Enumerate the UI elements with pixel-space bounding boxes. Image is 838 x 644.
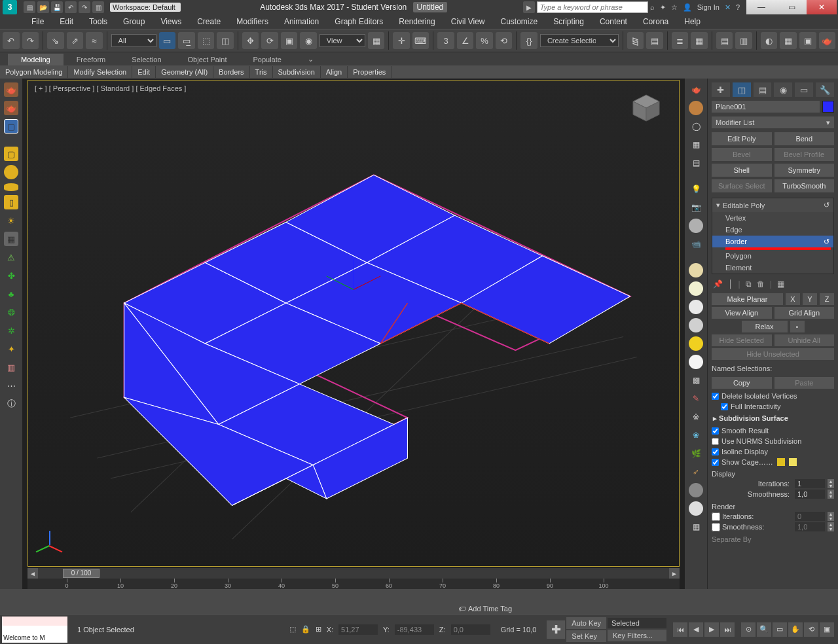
select-object-icon[interactable]: ▭ <box>159 32 176 49</box>
ribbon-panel-properties[interactable]: Properties <box>348 66 392 78</box>
save-icon[interactable]: 💾 <box>51 1 63 13</box>
mod-surface-select[interactable]: Surface Select <box>712 179 772 192</box>
cam-icon[interactable]: 📷 <box>689 200 703 215</box>
exchange-icon[interactable]: ✕ <box>725 3 731 12</box>
full-interactivity-checkbox[interactable]: Full Interactivity <box>712 401 834 412</box>
bulb-icon[interactable]: 💡 <box>689 182 703 196</box>
clover-icon[interactable]: ✤ <box>4 268 18 283</box>
more-icon[interactable]: ▦ <box>689 520 703 534</box>
grid-icon[interactable]: ▤ <box>689 156 703 170</box>
named-selection-dropdown[interactable]: Create Selection Se <box>540 34 619 47</box>
y-field[interactable]: -89,433 <box>395 624 434 635</box>
menu-file[interactable]: File <box>24 15 52 28</box>
cylinder-icon[interactable] <box>4 183 18 191</box>
schematic-icon[interactable]: ▥ <box>735 32 752 49</box>
brick-icon[interactable]: ▥ <box>4 360 18 374</box>
paste-button[interactable]: Paste <box>774 377 835 389</box>
redo-button[interactable]: ↷ <box>22 32 39 49</box>
undo-button[interactable]: ↶ <box>3 32 20 49</box>
add-time-tag[interactable]: 🏷 Add Time Tag <box>458 605 512 613</box>
subsurf-rollout-header[interactable]: ▸ Subdivision Surface <box>712 412 834 425</box>
goto-start-icon[interactable]: ⏮ <box>673 622 687 637</box>
disp-smoothness-spinner[interactable]: 1,0 <box>795 490 825 499</box>
mod-bend[interactable]: Bend <box>774 132 835 145</box>
ribbon-tab-modeling[interactable]: Modeling <box>8 54 64 65</box>
mat-gray[interactable] <box>689 318 703 332</box>
leaf-icon[interactable]: ❂ <box>4 305 18 319</box>
unlink-icon[interactable]: ⇗ <box>67 32 84 49</box>
time-prev-icon[interactable]: ◄ <box>27 568 38 579</box>
layer-icon[interactable]: ≣ <box>672 32 689 49</box>
calc-icon[interactable]: ▦ <box>689 137 703 152</box>
ribbon-tab-selection[interactable]: Selection <box>118 54 174 65</box>
set-key-big-icon[interactable]: ✚ <box>547 620 565 639</box>
ribbon-panel-polygon-modeling[interactable]: Polygon Modeling <box>0 66 68 78</box>
fov-icon[interactable]: ▭ <box>773 622 787 637</box>
star-icon[interactable]: ☆ <box>671 3 678 12</box>
view-align-button[interactable]: View Align <box>712 307 772 319</box>
configure-icon[interactable]: ▦ <box>777 279 784 289</box>
stack-header[interactable]: ▾ Editable Poly↺ <box>712 198 833 212</box>
mirror-icon[interactable]: ⧎ <box>627 32 644 49</box>
mat-light[interactable] <box>689 355 703 369</box>
mat-sand[interactable] <box>689 263 703 277</box>
hide-selected-button[interactable]: Hide Selected <box>712 334 772 346</box>
mat-yellow[interactable] <box>689 336 703 351</box>
menu-tools[interactable]: Tools <box>81 15 115 28</box>
ellipsis-icon[interactable]: ⋯ <box>4 378 18 393</box>
mat-white[interactable] <box>689 300 703 314</box>
tree-icon[interactable]: ♣ <box>4 287 18 301</box>
ribbon-panel-edit[interactable]: Edit <box>132 66 156 78</box>
key-target-dropdown[interactable]: Selected <box>608 618 666 628</box>
open-icon[interactable]: 📂 <box>37 1 49 13</box>
show-cage-checkbox[interactable]: Show Cage…… <box>712 457 834 467</box>
planar-x[interactable]: X <box>786 293 800 305</box>
manipulate-icon[interactable]: ✛ <box>393 32 410 49</box>
tab-motion[interactable]: ◉ <box>774 82 792 97</box>
box-icon[interactable]: ▢ <box>4 119 18 134</box>
sphere-wire-icon[interactable]: ◯ <box>689 119 703 134</box>
zoom-ext-icon[interactable]: 🔍 <box>757 622 771 637</box>
rect-select-icon[interactable]: ⬚ <box>198 32 215 49</box>
disp-iterations-spinner[interactable]: 1 <box>795 479 825 488</box>
x-field[interactable]: 51,27 <box>338 624 378 635</box>
next-frame-icon[interactable]: ⏭ <box>720 622 735 637</box>
time-next-icon[interactable]: ► <box>669 568 680 579</box>
keyboard-icon[interactable]: ⌨ <box>412 32 429 49</box>
mat-default[interactable] <box>689 219 703 233</box>
key-filters-button[interactable]: Key Filters... <box>608 630 666 641</box>
spinner-snap-icon[interactable]: ⟲ <box>496 32 513 49</box>
tab-utilities[interactable]: 🔧 <box>816 82 834 97</box>
infocenter-icon[interactable]: ⌕ <box>650 3 655 11</box>
material-icon[interactable]: ◐ <box>761 32 778 49</box>
z-field[interactable]: 0,0 <box>451 624 490 635</box>
mat-noise[interactable] <box>689 483 703 497</box>
mesh-icon[interactable]: ▩ <box>689 373 703 387</box>
mod-turbosmooth[interactable]: TurboSmooth <box>774 179 835 192</box>
brush-icon[interactable]: ✎ <box>689 391 703 406</box>
spark-icon[interactable]: ✦ <box>4 342 18 356</box>
relax-button[interactable]: Relax <box>742 321 788 332</box>
redo-icon[interactable]: ↷ <box>79 1 90 13</box>
ribbon-panel-tris[interactable]: Tris <box>250 66 273 78</box>
set-key-button[interactable]: Set Key <box>566 630 606 642</box>
select-name-icon[interactable]: ▭̲ <box>178 32 195 49</box>
menu-modifiers[interactable]: Modifiers <box>228 15 276 28</box>
object-name-field[interactable]: Plane001 <box>712 101 820 113</box>
user-icon[interactable]: 👤 <box>683 3 692 12</box>
menu-civil-view[interactable]: Civil View <box>443 15 493 28</box>
grass-icon[interactable]: 🌿 <box>689 446 703 461</box>
teapot-icon[interactable]: 🫖 <box>4 82 18 97</box>
workspace-dropdown[interactable]: Workspace: Default <box>110 3 181 12</box>
menu-help[interactable]: Help <box>676 15 708 28</box>
new-icon[interactable]: ▤ <box>24 1 35 13</box>
teapot2-icon[interactable]: 🫖 <box>4 101 18 115</box>
selection-filter-dropdown[interactable]: All <box>111 34 156 47</box>
isolate-icon[interactable]: ⊙ <box>741 622 756 637</box>
info-icon[interactable]: ⓘ <box>4 397 18 411</box>
menu-group[interactable]: Group <box>115 15 153 28</box>
rotate-icon[interactable]: ⟳ <box>261 32 278 49</box>
rendered-frame-icon[interactable]: ▣ <box>799 32 816 49</box>
mod-bevel[interactable]: Bevel <box>712 148 772 161</box>
window-maximize[interactable]: ▭ <box>776 0 807 14</box>
